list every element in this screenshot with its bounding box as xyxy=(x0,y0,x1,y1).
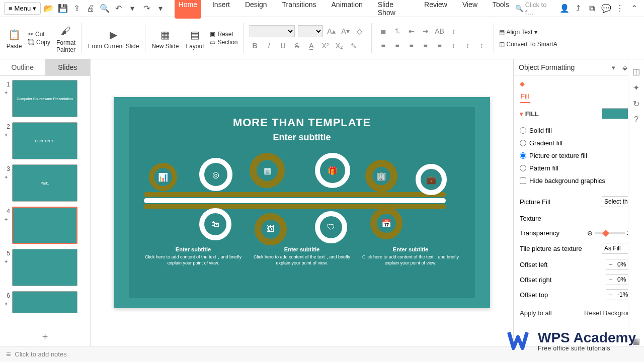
save-icon[interactable]: 💾 xyxy=(57,3,69,15)
slide-thumb-1[interactable]: Computer Courseware Presentation xyxy=(12,80,77,117)
chevron-down-icon[interactable]: ▾ xyxy=(154,3,167,15)
tab-animation[interactable]: Animation xyxy=(328,0,367,19)
font-family-select[interactable] xyxy=(250,25,295,37)
properties-icon[interactable]: ◫ xyxy=(631,66,641,76)
highlight-icon[interactable]: ✎ xyxy=(348,40,359,51)
comment-icon[interactable]: 💬 xyxy=(600,3,612,15)
tab-view[interactable]: View xyxy=(458,0,481,19)
tab-design[interactable]: Design xyxy=(241,0,271,19)
tab-transitions[interactable]: Transitions xyxy=(278,0,320,19)
pattern-fill-radio[interactable]: Pattern fill xyxy=(520,162,638,174)
history-icon[interactable]: ↻ xyxy=(631,99,641,109)
menu-button[interactable]: ≡ Menu ▾ xyxy=(4,2,41,15)
slide-thumb-3[interactable]: Part1 xyxy=(12,164,77,202)
open-icon[interactable]: 📂 xyxy=(43,3,55,15)
window-icon[interactable]: ⧉ xyxy=(586,3,598,15)
from-current-slide-button[interactable]: ▶ From Current Slide xyxy=(85,27,142,50)
sparkle-icon[interactable]: ✦ xyxy=(631,82,641,93)
justify-icon[interactable]: ≡ xyxy=(420,40,431,51)
section-button[interactable]: ▭Section xyxy=(210,39,237,46)
solid-fill-radio[interactable]: Solid fill xyxy=(520,124,638,137)
add-slide-button[interactable]: + xyxy=(0,328,90,346)
diagram: 📊 ◎ ▦ 🎁 🏢 💼 🛍 🖼 🛡 📅 xyxy=(129,153,475,243)
hide-bg-checkbox[interactable]: Hide background graphics xyxy=(520,174,638,187)
outline-tab[interactable]: Outline xyxy=(0,59,45,75)
thumb-label: Computer Courseware Presentation xyxy=(17,84,73,113)
grid-icon[interactable]: ▦ xyxy=(631,336,641,346)
thumb-number: 6 xyxy=(2,291,10,299)
align-text-button[interactable]: ▤Align Text▾ xyxy=(499,29,557,36)
thumbnails-list: 1✦ Computer Courseware Presentation 2✦ C… xyxy=(0,76,90,328)
spacing2-icon[interactable]: ↕ xyxy=(462,40,473,51)
decrease-font-icon[interactable]: A▾ xyxy=(340,26,351,37)
bold-icon[interactable]: B xyxy=(250,40,261,51)
chevron-down-icon[interactable]: ▾ xyxy=(612,64,615,71)
preview-icon[interactable]: 🔍 xyxy=(99,3,111,15)
italic-icon[interactable]: I xyxy=(264,40,275,51)
new-slide-icon: ▦ xyxy=(157,27,173,43)
slides-tab[interactable]: Slides xyxy=(45,59,91,75)
tab-review[interactable]: Review xyxy=(420,0,451,19)
search-box[interactable]: 🔍 Click to f… xyxy=(515,1,556,16)
share-icon[interactable]: ⤴ xyxy=(572,3,584,15)
align-right-icon[interactable]: ≡ xyxy=(406,40,417,51)
decrease-indent-icon[interactable]: ⇤ xyxy=(406,26,417,37)
clear-format-icon[interactable]: ◇ xyxy=(354,26,365,37)
tab-insert[interactable]: Insert xyxy=(208,0,234,19)
slide-thumb-4[interactable] xyxy=(12,207,77,244)
slide-thumb-6[interactable] xyxy=(12,291,77,313)
reset-button[interactable]: ▣Reset xyxy=(210,31,237,38)
slide-thumb-2[interactable]: CONTENTS xyxy=(12,122,77,159)
font-color-icon[interactable]: A̲ xyxy=(306,40,317,51)
search-icon: 🔍 xyxy=(515,5,523,12)
bullets-icon[interactable]: ≣ xyxy=(378,26,389,37)
numbering-icon[interactable]: ⒈ xyxy=(392,26,403,37)
slide-thumb-5[interactable] xyxy=(12,249,77,286)
increase-font-icon[interactable]: A▴ xyxy=(326,26,337,37)
more-icon[interactable]: ⋮ xyxy=(614,3,626,15)
gradient-fill-radio[interactable]: Gradient fill xyxy=(520,137,638,149)
new-slide-button[interactable]: ▦ New Slide xyxy=(148,27,182,50)
current-slide[interactable]: MORE THAN TEMPLATE Enter subtitle 📊 ◎ ▦ … xyxy=(114,97,490,308)
collapse-icon[interactable]: ⌃ xyxy=(628,3,640,15)
superscript-icon[interactable]: X² xyxy=(320,40,331,51)
font-size-select[interactable] xyxy=(298,25,323,37)
fill-tab[interactable]: Fill xyxy=(520,90,530,103)
tab-slideshow[interactable]: Slide Show xyxy=(374,0,413,19)
align-center-icon[interactable]: ≡ xyxy=(392,40,403,51)
object-formatting-panel: Object Formatting ▾ ⬙ ✕ ◆ Fill ▾ FILL So… xyxy=(513,59,644,346)
convert-smartart-button[interactable]: ◫Convert To SmartA xyxy=(499,41,557,48)
col-text: Click here to add content of the text，an… xyxy=(253,254,351,266)
tab-home[interactable]: Home xyxy=(175,0,201,19)
minus-icon[interactable]: ⊖ xyxy=(587,229,593,237)
picture-fill-label: Picture Fill xyxy=(520,198,550,206)
picture-fill-radio[interactable]: Picture or texture fill xyxy=(520,149,638,162)
redo-icon[interactable]: ↷ xyxy=(140,3,152,15)
sort-icon[interactable]: ↕ xyxy=(448,26,459,37)
transparency-slider[interactable] xyxy=(595,232,625,234)
spacing3-icon[interactable]: ↕ xyxy=(476,40,488,51)
fill-bucket-icon: ◆ xyxy=(520,80,525,87)
align-left-icon[interactable]: ≡ xyxy=(378,40,389,51)
print-icon[interactable]: 🖨 xyxy=(85,3,97,15)
undo-icon[interactable]: ↶ xyxy=(113,3,125,15)
distribute-icon[interactable]: ≡ xyxy=(434,40,445,51)
apply-to-all-button[interactable]: Apply to all xyxy=(520,309,552,317)
subscript-icon[interactable]: X₂ xyxy=(334,40,345,51)
user-icon[interactable]: 👤 xyxy=(558,3,571,15)
line-spacing-icon[interactable]: ↕ xyxy=(448,40,459,51)
underline-icon[interactable]: U xyxy=(278,40,289,51)
notes-bar[interactable]: ≡ Click to add notes xyxy=(0,346,644,362)
help-icon[interactable]: ? xyxy=(631,115,641,125)
paste-button[interactable]: 📋 Paste xyxy=(3,27,25,50)
text-direction-icon[interactable]: AB xyxy=(434,26,445,37)
increase-indent-icon[interactable]: ⇥ xyxy=(420,26,431,37)
format-painter-button[interactable]: 🖌 Format Painter xyxy=(53,23,78,53)
strikethrough-icon[interactable]: S̶ xyxy=(292,40,303,51)
chevron-down-icon[interactable]: ▾ xyxy=(126,3,138,15)
cut-button[interactable]: ✂Cut xyxy=(28,31,50,38)
copy-button[interactable]: ⿻Copy xyxy=(28,39,50,46)
tab-tools[interactable]: Tools xyxy=(489,0,513,19)
export-icon[interactable]: ⇪ xyxy=(71,3,83,15)
layout-button[interactable]: ▤ Layout xyxy=(183,27,207,50)
